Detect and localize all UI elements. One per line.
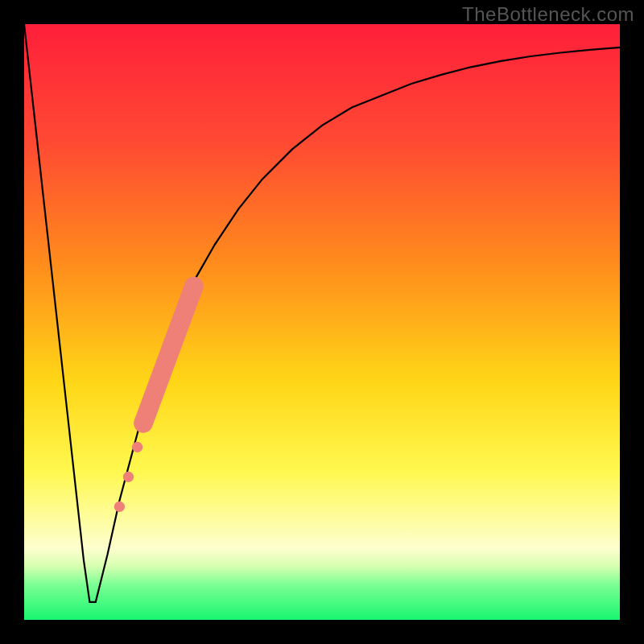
chart-overlay-svg (0, 0, 644, 644)
gpu-range-dot (114, 502, 125, 512)
watermark-text: TheBottleneck.com (462, 3, 634, 26)
gpu-range-stroke (143, 287, 194, 423)
curve-path (24, 24, 620, 602)
gpu-range-marker (114, 287, 194, 512)
chart-container: TheBottleneck.com (0, 0, 644, 644)
bottleneck-curve-line (24, 24, 620, 602)
gpu-range-dot (132, 442, 142, 452)
gpu-range-dot (123, 472, 134, 482)
